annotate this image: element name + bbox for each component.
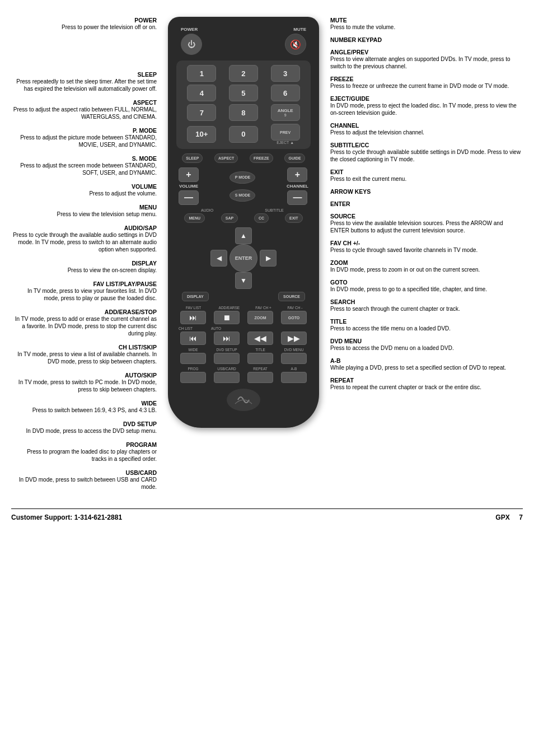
volume-down-button[interactable]: —	[179, 190, 199, 205]
audio-sub-labels: AUDIO SUBTITLE	[176, 208, 311, 212]
num-btn-7[interactable]: 7	[187, 104, 216, 121]
smode-label: S. MODE	[11, 155, 157, 162]
power-button[interactable]: ⏻	[181, 34, 202, 55]
ten-plus-button[interactable]: 10+	[187, 126, 216, 143]
r-exit-label: EXIT	[330, 169, 523, 175]
freeze-button[interactable]: FREEZE	[250, 153, 273, 163]
add-erase-desc: In TV mode, press to add or erase the cu…	[11, 315, 157, 337]
wide-button[interactable]	[180, 353, 206, 364]
r-annotation-dvd-menu: DVD MENU Press to access the DVD menu on…	[330, 338, 523, 352]
annotation-auto-skip: AUTO/SKIP In TV mode, press to switch to…	[11, 372, 157, 393]
aspect-button[interactable]: ASPECT	[214, 153, 238, 163]
fast-forward-button[interactable]: ▶▶	[281, 332, 307, 345]
exit-button[interactable]: EXIT	[285, 213, 303, 223]
angle-btn[interactable]: ANGLE 9	[271, 104, 300, 121]
left-arrow-button[interactable]: ◀	[210, 250, 227, 267]
display-button[interactable]: DISPLAY	[182, 292, 209, 301]
ab-label-remote: A-B	[281, 367, 307, 371]
pmode-button[interactable]: P MODE	[229, 171, 255, 184]
dvd-setup-label-remote: DVD SETUP	[214, 348, 240, 352]
prev-chapter-button[interactable]: ⏮	[180, 332, 206, 345]
menu-label: MENU	[11, 204, 157, 211]
goto-button[interactable]: GOTO	[281, 311, 307, 324]
power-icon: ⏻	[188, 40, 195, 49]
rewind-button[interactable]: ◀◀	[247, 332, 273, 345]
title-button[interactable]	[247, 353, 273, 364]
audio-sap-desc: Press to cycle through the available aud…	[11, 231, 157, 253]
brand-page: GPX 7	[495, 514, 523, 521]
auto-button[interactable]: ⏭	[214, 332, 240, 345]
guide-button[interactable]: GUIDE	[284, 153, 305, 163]
right-arrow-button[interactable]: ▶	[260, 250, 277, 267]
r-annotation-arrow: ARROW KEYS	[330, 188, 523, 195]
usb-label-remote: USB/CARD	[214, 367, 240, 371]
r-annotation-zoom: ZOOM In DVD mode, press to zoom in or ou…	[330, 259, 523, 273]
enter-button[interactable]: ENTER	[229, 244, 257, 272]
r-search-label: SEARCH	[330, 298, 523, 305]
subtitle-label-remote: SUBTITLE	[252, 208, 297, 212]
fav-list-button[interactable]: ⏭	[180, 311, 206, 324]
prog-button[interactable]	[180, 372, 206, 383]
r-source-desc: Press to view the available television s…	[330, 220, 523, 234]
arrow-row-top: ▲	[235, 227, 252, 244]
annotation-fav-list: FAV LIST/PLAY/PAUSE In TV mode, press to…	[11, 281, 157, 302]
r-numpad-label: NUMBER KEYPAD	[330, 36, 523, 43]
zoom-button[interactable]: ZOOM	[247, 311, 273, 324]
fav-list-desc: In TV mode, press to view your favorites…	[11, 287, 157, 302]
r-exit-desc: Press to exit the current menu.	[330, 175, 523, 183]
smode-desc: Press to adjust the screen mode between …	[11, 162, 157, 176]
number-pad: 1 2 3 4 5 6 7 8 ANGLE 9	[176, 60, 311, 149]
menu-button[interactable]: MENU	[184, 213, 205, 223]
wide-label: WIDE	[11, 400, 157, 407]
repeat-button[interactable]	[247, 372, 273, 383]
r-title-label: TITLE	[330, 318, 523, 325]
stop-button[interactable]: ⏹	[214, 311, 240, 324]
mode-area: P MODE S MODE	[229, 171, 255, 202]
num-btn-8[interactable]: 8	[229, 104, 258, 121]
channel-up-button[interactable]: +	[287, 167, 307, 182]
r-annotation-enter: ENTER	[330, 200, 523, 207]
r-annotation-ab: A-B While playing a DVD, press to set a …	[330, 357, 523, 371]
sap-button[interactable]: SAP	[221, 213, 238, 223]
num-btn-5[interactable]: 5	[229, 85, 258, 101]
r-dvd-menu-desc: Press to access the DVD menu on a loaded…	[330, 344, 523, 352]
usb-card-button[interactable]	[214, 372, 240, 383]
cc-button[interactable]: CC	[254, 213, 269, 223]
display-label: DISPLAY	[11, 260, 157, 267]
down-arrow-button[interactable]: ▼	[235, 272, 252, 289]
dvd-menu-button[interactable]	[281, 353, 307, 364]
up-arrow-button[interactable]: ▲	[235, 227, 252, 244]
mute-button[interactable]: 🔇	[285, 34, 306, 55]
r-annotation-channel: CHANNEL Press to adjust the television c…	[330, 122, 523, 136]
volume-area: + VOLUME —	[179, 167, 199, 205]
smode-button[interactable]: S MODE	[229, 189, 255, 202]
auto-skip-desc: In TV mode, press to switch to PC mode. …	[11, 379, 157, 393]
num-btn-4[interactable]: 4	[187, 85, 216, 101]
annotation-aspect: ASPECT Press to adjust the aspect ratio …	[11, 99, 157, 120]
fav-ch-plus-label-remote: FAV CH +	[251, 306, 276, 310]
pmode-label-remote: P MODE	[235, 175, 251, 179]
num-btn-3[interactable]: 3	[271, 65, 300, 82]
logo-area	[227, 389, 260, 411]
source-button[interactable]: SOURCE	[278, 292, 305, 301]
fav-list-label-remote: FAV LIST	[180, 306, 208, 310]
channel-down-button[interactable]: —	[287, 190, 307, 205]
num-btn-2[interactable]: 2	[229, 65, 258, 82]
r-channel-label: CHANNEL	[330, 122, 523, 129]
sleep-button[interactable]: SLEEP	[182, 153, 203, 163]
ab-button[interactable]	[281, 372, 307, 383]
mute-btn-label: MUTE	[293, 27, 306, 32]
ch-list-label-remote: CH LIST	[179, 326, 207, 330]
num-btn-6[interactable]: 6	[271, 85, 300, 101]
volume-up-button[interactable]: +	[179, 167, 199, 182]
num-btn-1[interactable]: 1	[187, 65, 216, 82]
num-btn-0[interactable]: 0	[229, 126, 258, 143]
r-goto-desc: In DVD mode, press to go to a specified …	[330, 286, 523, 293]
disp-source-row: DISPLAY SOURCE	[176, 292, 311, 301]
audio-label-remote: AUDIO	[190, 208, 224, 212]
prev-area: PREV	[271, 124, 300, 141]
arrow-row-bottom: ▼	[235, 272, 252, 289]
power-btn-label: POWER	[181, 27, 198, 32]
volume-desc: Press to adjust the volume.	[11, 190, 157, 197]
dvd-setup-button[interactable]	[214, 353, 240, 364]
